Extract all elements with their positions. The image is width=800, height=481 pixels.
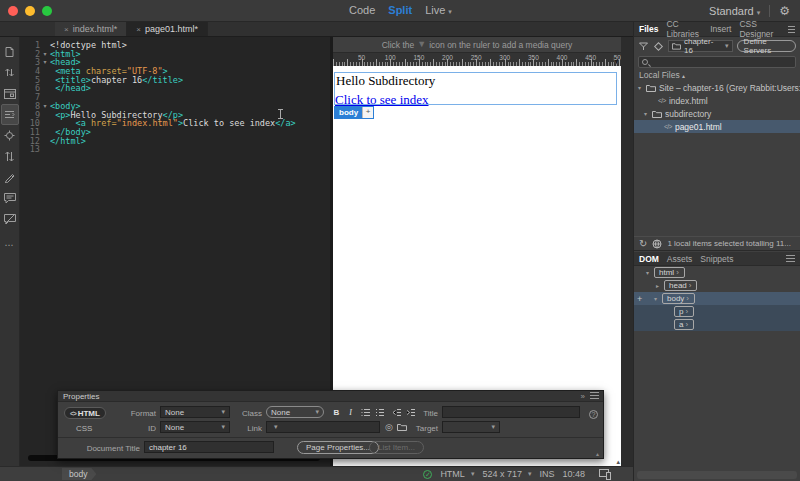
tag-selector-breadcrumb[interactable]: body bbox=[62, 468, 96, 480]
file-row[interactable]: ▾Site – chapter-16 (Grey Rabbit:Users:mi… bbox=[634, 81, 800, 94]
code-line[interactable]: 6 </head> bbox=[20, 84, 330, 93]
dom-node-row[interactable]: ▸head bbox=[634, 279, 800, 292]
close-tab-icon[interactable]: × bbox=[136, 25, 141, 34]
panel-menu-icon[interactable] bbox=[786, 255, 795, 262]
browse-folder-icon[interactable] bbox=[397, 423, 407, 431]
file-row[interactable]: </>index.html bbox=[634, 94, 800, 107]
html-mode-button[interactable]: <> HTML bbox=[64, 407, 106, 419]
panel-bottom-scrollbar[interactable] bbox=[637, 471, 797, 479]
zoom-window-button[interactable] bbox=[42, 6, 52, 16]
file-row[interactable]: </>page01.html bbox=[634, 120, 800, 133]
sync-icon[interactable] bbox=[653, 41, 664, 52]
unordered-list-icon[interactable] bbox=[359, 406, 372, 418]
document-tab[interactable]: ×page01.html* bbox=[127, 22, 208, 36]
link-input[interactable]: ▾ bbox=[266, 421, 380, 433]
document-tab[interactable]: ×index.html* bbox=[55, 22, 127, 36]
panel-tab-files[interactable]: Files bbox=[639, 24, 658, 34]
dom-node-row[interactable]: p bbox=[634, 305, 800, 318]
remove-comment-icon[interactable] bbox=[1, 209, 19, 230]
dom-node-row[interactable]: ▾html bbox=[634, 266, 800, 279]
apply-comment-icon[interactable] bbox=[1, 188, 19, 209]
dom-node-row[interactable]: a bbox=[634, 318, 800, 331]
dom-node-row[interactable]: +▾body bbox=[634, 292, 800, 305]
device-preview-icon[interactable] bbox=[599, 469, 611, 480]
local-files-header[interactable]: Local Files ▴ bbox=[639, 70, 685, 80]
format-source-icon[interactable] bbox=[1, 104, 19, 125]
site-dropdown[interactable]: chapter-16 ▾ bbox=[668, 40, 733, 52]
outdent-icon[interactable] bbox=[390, 406, 403, 418]
split-view-button[interactable]: Split bbox=[388, 4, 412, 16]
panel-tab-snippets[interactable]: Snippets bbox=[700, 254, 733, 264]
dom-tag-chip[interactable]: head bbox=[664, 280, 697, 291]
find-replace-icon[interactable] bbox=[1, 125, 19, 146]
toolbar-more-icon[interactable]: ⋯ bbox=[1, 234, 19, 255]
selected-tag-label[interactable]: body bbox=[335, 107, 362, 118]
point-to-file-icon[interactable]: ◎ bbox=[385, 422, 393, 432]
horizontal-ruler[interactable]: ▼ 50100150200250300350400450500 bbox=[333, 52, 621, 66]
refresh-icon[interactable]: ↻ bbox=[639, 239, 647, 249]
doctype-dropdown[interactable]: HTML▾ bbox=[440, 469, 474, 479]
dom-tag-chip[interactable]: body bbox=[662, 293, 695, 304]
id-select[interactable]: None▾ bbox=[160, 421, 230, 433]
document-title-input[interactable]: chapter 16 bbox=[144, 441, 274, 453]
live-view-options-icon[interactable] bbox=[1, 83, 19, 104]
remote-view-icon[interactable] bbox=[652, 239, 662, 249]
window-size-dropdown[interactable]: 524 x 717▾ bbox=[482, 469, 531, 479]
code-view-button[interactable]: Code bbox=[349, 4, 375, 16]
italic-button[interactable]: I bbox=[344, 406, 357, 418]
properties-panel-header[interactable]: Properties » bbox=[58, 391, 603, 402]
workspace-dropdown[interactable]: Standard▾ bbox=[709, 5, 760, 17]
dom-tag-chip[interactable]: p bbox=[674, 306, 694, 317]
open-documents-icon[interactable] bbox=[1, 41, 19, 62]
collapse-panel-icon[interactable]: » bbox=[581, 392, 585, 401]
panel-tab-css-designer[interactable]: CSS Designer bbox=[739, 19, 780, 39]
fold-arrow-icon[interactable]: ▾ bbox=[40, 58, 50, 67]
edit-icon[interactable] bbox=[1, 167, 19, 188]
separator bbox=[769, 5, 770, 17]
panel-menu-icon[interactable] bbox=[590, 392, 599, 399]
tree-expand-icon[interactable]: ▾ bbox=[636, 84, 643, 91]
bold-button[interactable]: B bbox=[330, 406, 343, 418]
code-line[interactable]: 12</html> bbox=[20, 137, 330, 146]
code-text: </head> bbox=[50, 84, 91, 93]
fold-arrow-icon[interactable]: ▾ bbox=[40, 102, 50, 111]
add-element-button[interactable]: + bbox=[362, 107, 373, 118]
page-heading-text[interactable]: Hello Subdirectory bbox=[336, 73, 435, 89]
code-line[interactable]: 13 bbox=[20, 145, 330, 154]
define-servers-button[interactable]: Define Servers bbox=[737, 40, 796, 52]
dom-tag-chip[interactable]: html bbox=[654, 267, 685, 278]
panel-tab-assets[interactable]: Assets bbox=[667, 254, 693, 264]
panel-tab-insert[interactable]: Insert bbox=[710, 24, 731, 34]
dom-tag-chip[interactable]: a bbox=[674, 319, 694, 330]
file-row[interactable]: ▾subdirectory bbox=[634, 107, 800, 120]
tree-expand-icon[interactable]: ▾ bbox=[652, 295, 659, 302]
fold-arrow-icon[interactable]: ▾ bbox=[40, 50, 50, 59]
connect-server-icon[interactable] bbox=[638, 41, 649, 52]
class-select[interactable]: None▾ bbox=[266, 406, 324, 418]
add-node-icon[interactable]: + bbox=[637, 294, 642, 304]
ordered-list-icon[interactable] bbox=[373, 406, 386, 418]
file-management-icon[interactable] bbox=[1, 62, 19, 83]
help-icon[interactable]: ? bbox=[589, 410, 598, 419]
close-window-button[interactable] bbox=[8, 6, 18, 16]
panel-resize-icon[interactable]: ▴ bbox=[596, 450, 599, 457]
ruler-label: 250 bbox=[471, 54, 482, 61]
live-view-button[interactable]: Live▾ bbox=[425, 4, 452, 16]
minimize-window-button[interactable] bbox=[25, 6, 35, 16]
panel-menu-icon[interactable] bbox=[788, 26, 795, 33]
tree-expand-icon[interactable]: ▸ bbox=[654, 282, 661, 289]
close-tab-icon[interactable]: × bbox=[64, 25, 69, 34]
files-search-input[interactable] bbox=[638, 56, 796, 68]
page-properties-button[interactable]: Page Properties... bbox=[297, 441, 379, 454]
format-select[interactable]: None▾ bbox=[160, 406, 230, 418]
swap-views-icon[interactable] bbox=[1, 146, 19, 167]
tree-expand-icon[interactable]: ▾ bbox=[644, 269, 651, 276]
title-input[interactable] bbox=[442, 406, 580, 418]
panel-tab-cc-libraries[interactable]: CC Libraries bbox=[666, 19, 702, 39]
ruler-label: 50 bbox=[358, 54, 365, 61]
css-mode-button[interactable]: CSS bbox=[76, 424, 92, 433]
gear-icon[interactable]: ⚙ bbox=[779, 4, 790, 18]
tree-expand-icon[interactable]: ▾ bbox=[642, 110, 649, 117]
panel-tab-dom[interactable]: DOM bbox=[639, 254, 659, 264]
scroll-down-arrow-icon[interactable]: ▴ bbox=[616, 458, 620, 466]
